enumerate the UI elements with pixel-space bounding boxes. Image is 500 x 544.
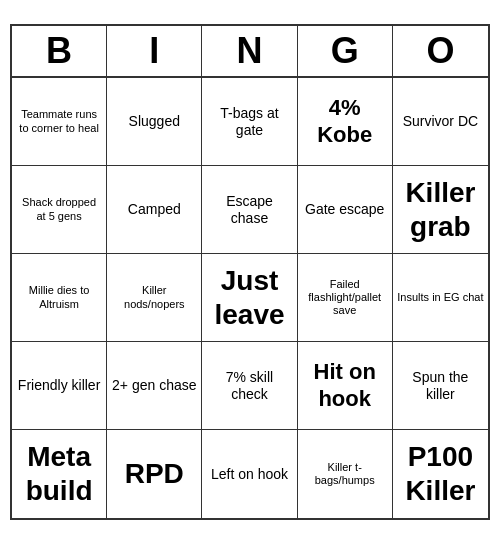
cell-text: Spun the killer [397,369,484,403]
cell-text: Killer grab [397,176,484,243]
bingo-cell: P100 Killer [393,430,488,518]
bingo-cell: Just leave [202,254,297,342]
bingo-cell: 2+ gen chase [107,342,202,430]
cell-text: RPD [125,457,184,491]
bingo-cell: Spun the killer [393,342,488,430]
cell-text: Teammate runs to corner to heal [16,108,102,134]
header-letter: O [393,26,488,76]
bingo-header: BINGO [12,26,488,78]
cell-text: Gate escape [305,201,384,218]
bingo-cell: Camped [107,166,202,254]
bingo-cell: Left on hook [202,430,297,518]
cell-text: Failed flashlight/pallet save [302,278,388,318]
bingo-cell: Killer grab [393,166,488,254]
cell-text: Millie dies to Altruism [16,284,102,310]
header-letter: I [107,26,202,76]
cell-text: Just leave [206,264,292,331]
cell-text: 2+ gen chase [112,377,196,394]
bingo-cell: Slugged [107,78,202,166]
bingo-cell: Millie dies to Altruism [12,254,107,342]
cell-text: Escape chase [206,193,292,227]
bingo-cell: Killer t-bags/humps [298,430,393,518]
bingo-cell: Meta build [12,430,107,518]
bingo-cell: Hit on hook [298,342,393,430]
cell-text: Slugged [129,113,180,130]
cell-text: 4% Kobe [302,95,388,148]
bingo-card: BINGO Teammate runs to corner to healSlu… [10,24,490,520]
cell-text: Friendly killer [18,377,100,394]
bingo-grid: Teammate runs to corner to healSluggedT-… [12,78,488,518]
bingo-cell: Friendly killer [12,342,107,430]
bingo-cell: Teammate runs to corner to heal [12,78,107,166]
cell-text: P100 Killer [397,440,484,507]
bingo-cell: 7% skill check [202,342,297,430]
cell-text: Killer t-bags/humps [302,461,388,487]
cell-text: 7% skill check [206,369,292,403]
cell-text: Camped [128,201,181,218]
bingo-cell: 4% Kobe [298,78,393,166]
bingo-cell: RPD [107,430,202,518]
header-letter: G [298,26,393,76]
header-letter: N [202,26,297,76]
header-letter: B [12,26,107,76]
cell-text: Insults in EG chat [397,291,483,304]
bingo-cell: Shack dropped at 5 gens [12,166,107,254]
bingo-cell: Survivor DC [393,78,488,166]
bingo-cell: Failed flashlight/pallet save [298,254,393,342]
bingo-cell: Insults in EG chat [393,254,488,342]
cell-text: Meta build [16,440,102,507]
cell-text: Shack dropped at 5 gens [16,196,102,222]
bingo-cell: T-bags at gate [202,78,297,166]
cell-text: Hit on hook [302,359,388,412]
bingo-cell: Gate escape [298,166,393,254]
cell-text: Left on hook [211,466,288,483]
cell-text: T-bags at gate [206,105,292,139]
bingo-cell: Escape chase [202,166,297,254]
bingo-cell: Killer nods/nopers [107,254,202,342]
cell-text: Survivor DC [403,113,478,130]
cell-text: Killer nods/nopers [111,284,197,310]
